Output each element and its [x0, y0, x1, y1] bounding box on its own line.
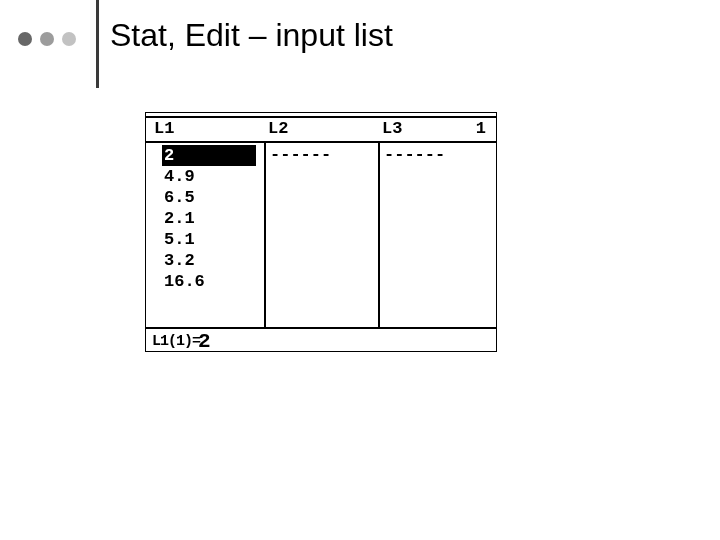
bullet-icon: [18, 32, 32, 46]
status-lhs: L1(1)=: [152, 333, 200, 350]
column-divider-2: [378, 141, 380, 327]
list-l1-column[interactable]: 2 4.9 6.5 2.1 5.1 3.2 16.6: [162, 145, 262, 292]
header-list-number: 1: [476, 119, 486, 138]
list-cell[interactable]: 16.6: [162, 271, 262, 292]
list-cell[interactable]: 6.5: [162, 187, 262, 208]
list-cell[interactable]: 3.2: [162, 250, 262, 271]
list-cell[interactable]: 5.1: [162, 229, 262, 250]
bullet-icon: [40, 32, 54, 46]
rule-header: [146, 141, 496, 143]
rule-bottom: [146, 327, 496, 329]
bullet-icon: [62, 32, 76, 46]
status-line: L1(1)=2: [152, 330, 210, 353]
decorative-bullets: [18, 32, 76, 46]
list-headers: L1 L2 L3 1: [146, 119, 496, 141]
header-l2: L2: [268, 119, 288, 138]
rule-top: [146, 116, 496, 118]
calculator-screen: L1 L2 L3 1 2 4.9 6.5 2.1 5.1 3.2 16.6 --…: [145, 112, 497, 352]
page-title: Stat, Edit – input list: [110, 17, 393, 54]
column-divider-1: [264, 141, 266, 327]
divider-vertical: [96, 0, 99, 88]
list-cell-selected[interactable]: 2: [162, 145, 256, 166]
list-cell[interactable]: 4.9: [162, 166, 262, 187]
list-l2-empty[interactable]: ------: [270, 145, 331, 164]
list-cell[interactable]: 2.1: [162, 208, 262, 229]
list-l3-empty[interactable]: ------: [384, 145, 445, 164]
header-l3: L3: [382, 119, 402, 138]
header-l1: L1: [154, 119, 174, 138]
status-rhs: 2: [198, 330, 210, 353]
